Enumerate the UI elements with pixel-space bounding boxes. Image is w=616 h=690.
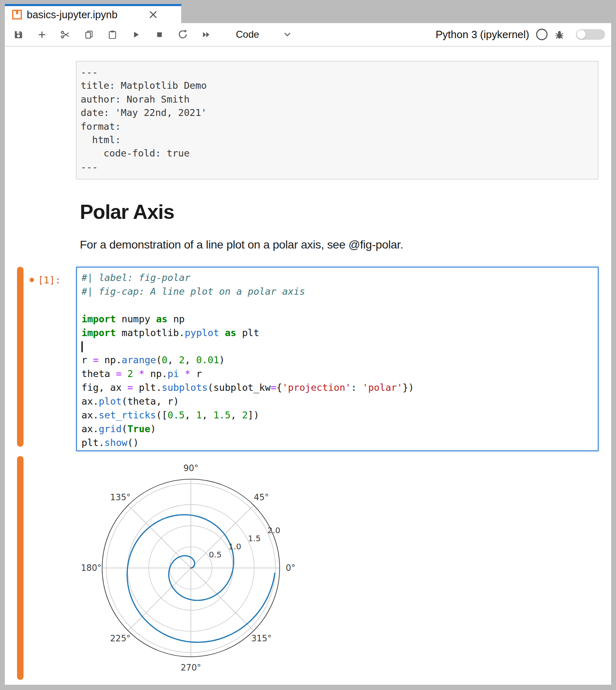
svg-text:90°: 90°: [183, 463, 198, 473]
toolbar-right: Python 3 (ipykernel): [436, 28, 605, 41]
notebook-toolbar: Code Python 3 (ipykernel): [5, 23, 611, 47]
interrupt-kernel-button[interactable]: [154, 29, 165, 40]
raw-cell-line: html:: [81, 133, 598, 147]
notebook-content: ---title: Matplotlib Demoauthor: Norah S…: [5, 47, 611, 685]
output-collapser[interactable]: [17, 456, 24, 680]
run-cell-button[interactable]: [130, 29, 141, 40]
raw-cell-line: ---: [81, 66, 598, 79]
simple-mode-toggle[interactable]: [576, 29, 605, 40]
svg-text:2.0: 2.0: [267, 525, 280, 535]
code-line: ax.plot(theta, r): [81, 395, 598, 409]
code-line: [81, 299, 598, 313]
raw-cell-line: title: Matplotlib Demo: [81, 79, 598, 92]
restart-kernel-button[interactable]: [178, 29, 188, 40]
cell-type-value: Code: [236, 29, 259, 40]
polar-plot-output: 0°45°90°135°180°225°270°315°0.51.01.52.0: [77, 454, 304, 681]
close-icon[interactable]: [150, 11, 157, 18]
raw-cell-line: code-fold: true: [81, 147, 598, 160]
tab-title: basics-jupyter.ipynb: [27, 9, 146, 21]
svg-text:135°: 135°: [110, 493, 131, 502]
raw-cell[interactable]: ---title: Matplotlib Demoauthor: Norah S…: [76, 61, 599, 180]
kernel-status-icon[interactable]: [536, 28, 548, 41]
svg-text:0.5: 0.5: [209, 550, 222, 559]
debugger-bug-icon[interactable]: [554, 29, 565, 40]
raw-cell-line: format:: [81, 120, 598, 133]
code-line: import matplotlib.pyplot as plt: [81, 326, 598, 340]
svg-text:315°: 315°: [251, 634, 272, 643]
svg-text:1.0: 1.0: [228, 542, 241, 551]
code-line: plt.show(): [81, 436, 598, 450]
markdown-paragraph: For a demonstration of a line plot on a …: [80, 238, 403, 251]
svg-text:270°: 270°: [181, 663, 201, 673]
svg-text:1.5: 1.5: [248, 534, 261, 543]
code-cell-editor[interactable]: #| label: fig-polar#| fig-cap: A line pl…: [76, 267, 599, 451]
markdown-heading: Polar Axis: [80, 200, 174, 224]
raw-cell-line: ---: [81, 161, 598, 174]
cut-cells-button[interactable]: [60, 29, 71, 40]
tab-basics-jupyter[interactable]: basics-jupyter.ipynb: [5, 4, 182, 23]
copy-cells-button[interactable]: [83, 29, 94, 40]
code-line: import numpy as np: [81, 313, 598, 326]
code-line: fig, ax = plt.subplots(subplot_kw={'proj…: [81, 381, 598, 395]
insert-cell-button[interactable]: [36, 29, 47, 40]
save-button[interactable]: [13, 29, 24, 40]
code-line: #| label: fig-polar: [81, 271, 598, 285]
code-line: ax.set_rticks([0.5, 1, 1.5, 2]): [81, 409, 598, 422]
code-line: [81, 340, 598, 354]
code-line: ax.grid(True): [81, 422, 598, 436]
paste-cells-button[interactable]: [107, 29, 118, 40]
code-line: r = np.arange(0, 2, 0.01): [81, 354, 598, 367]
raw-cell-line: author: Norah Smith: [81, 93, 598, 106]
execution-count: [1]:: [5, 274, 61, 287]
cell-type-dropdown[interactable]: Code: [236, 29, 291, 40]
svg-text:225°: 225°: [110, 634, 131, 643]
kernel-name[interactable]: Python 3 (ipykernel): [436, 28, 529, 41]
svg-text:0°: 0°: [286, 563, 295, 573]
restart-run-all-button[interactable]: [201, 29, 212, 40]
jupyterlab-window: basics-jupyter.ipynb: [5, 4, 611, 685]
svg-text:45°: 45°: [254, 493, 269, 502]
svg-text:180°: 180°: [81, 563, 102, 573]
notebook-icon: [12, 10, 22, 19]
input-collapser[interactable]: [17, 267, 24, 447]
raw-cell-line: date: 'May 22nd, 2021': [81, 106, 598, 120]
code-line: theta = 2 * np.pi * r: [81, 367, 598, 381]
code-line: #| fig-cap: A line plot on a polar axis: [81, 285, 598, 299]
chevron-down-icon: [284, 32, 291, 36]
